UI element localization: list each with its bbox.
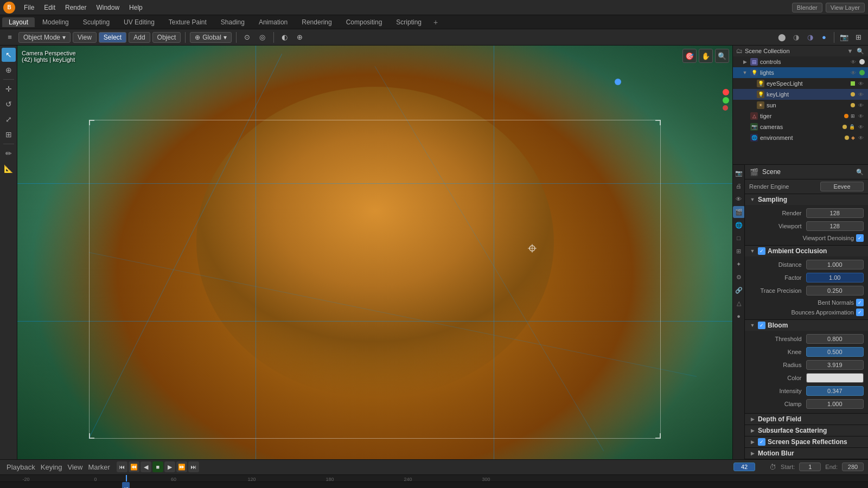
keylight-eye-icon[interactable]: 👁	[857, 91, 865, 98]
tool-rotate[interactable]: ↺	[2, 97, 16, 111]
timeline-current-frame-marker[interactable]: 42	[122, 482, 130, 488]
ssr-enabled-checkbox[interactable]: ✓	[758, 438, 765, 446]
render-engine-dropdown[interactable]: Eevee	[820, 182, 864, 191]
step-forward-btn[interactable]: ⏩	[176, 461, 187, 472]
menu-window[interactable]: Window	[92, 3, 124, 12]
add-button[interactable]: Add	[129, 32, 150, 43]
bloom-radius-value[interactable]: 3.919	[806, 360, 864, 370]
object-button[interactable]: Object	[152, 32, 181, 43]
motion-blur-header[interactable]: ▶ Motion Blur	[745, 448, 868, 459]
jump-to-end-btn[interactable]: ⏭	[188, 461, 199, 472]
cameras-eye-icon[interactable]: 👁	[857, 123, 865, 131]
props-icon-view[interactable]: 👁	[733, 193, 745, 205]
proportional-edit-icon[interactable]: ◎	[256, 31, 269, 44]
tiger-eye-icon[interactable]: 👁	[857, 112, 865, 120]
tool-move[interactable]: ✛	[2, 82, 16, 96]
sidebar-toggle-icon[interactable]: ≡	[3, 31, 16, 44]
props-icon-modifier[interactable]: ⊞	[733, 245, 745, 257]
outliner-item-keylight[interactable]: 💡 keyLight 👁	[733, 89, 868, 100]
ao-enabled-checkbox[interactable]: ✓	[758, 247, 765, 255]
scene-selector[interactable]: Blender	[792, 3, 822, 12]
outliner-item-controls[interactable]: ▶ ▤ controls 👁	[733, 56, 868, 67]
tab-scripting[interactable]: Scripting	[390, 17, 428, 27]
jump-to-start-btn[interactable]: ⏮	[117, 461, 127, 472]
tab-compositing[interactable]: Compositing	[340, 17, 389, 27]
timeline-bar[interactable]: 42	[0, 482, 868, 488]
bloom-enabled-checkbox[interactable]: ✓	[758, 322, 765, 329]
timeline-marker-btn[interactable]: Marker	[86, 462, 112, 472]
ao-distance-value[interactable]: 1.000	[806, 260, 864, 269]
menu-render[interactable]: Render	[61, 3, 91, 12]
outliner-item-lights[interactable]: ▼ 💡 lights 👁	[733, 67, 868, 78]
snap-icon[interactable]: ⊙	[241, 31, 254, 44]
add-workspace-tab[interactable]: +	[429, 17, 442, 28]
play-back-btn[interactable]: ◀	[141, 461, 151, 472]
render-samples-value[interactable]: 128	[806, 208, 864, 218]
viewport[interactable]: Camera Perspective (42) lights | keyLigh…	[17, 46, 732, 459]
viewport-samples-value[interactable]: 128	[806, 221, 864, 231]
tab-texture-paint[interactable]: Texture Paint	[162, 17, 213, 27]
props-icon-output[interactable]: 🖨	[733, 180, 745, 192]
bloom-threshold-value[interactable]: 0.800	[806, 334, 864, 344]
select-button[interactable]: Select	[99, 32, 126, 43]
tab-uv-editing[interactable]: UV Editing	[117, 17, 161, 27]
tab-modeling[interactable]: Modeling	[36, 17, 75, 27]
viewport-shading-solid[interactable]: ⬤	[775, 31, 788, 44]
start-frame-box[interactable]: 1	[799, 463, 821, 471]
stop-btn[interactable]: ■	[152, 461, 163, 472]
ao-factor-value[interactable]: 1.00	[806, 273, 864, 282]
pivot-selector[interactable]: ⊕ Global ▾	[190, 32, 232, 43]
props-icon-constraints[interactable]: 🔗	[733, 284, 745, 296]
mode-selector[interactable]: Object Mode ▾	[18, 32, 71, 43]
tab-rendering[interactable]: Rendering	[295, 17, 338, 27]
sampling-header[interactable]: ▼ Sampling	[745, 194, 868, 205]
gizmo-icon[interactable]: ⊕	[293, 31, 307, 44]
props-icon-world[interactable]: 🌐	[733, 219, 745, 231]
outliner-item-tiger[interactable]: △ tiger ⊞ 👁	[733, 111, 868, 121]
viewport-nav-icon[interactable]: 🎯	[682, 49, 697, 63]
props-icon-object[interactable]: □	[733, 232, 745, 244]
current-frame-box[interactable]: 42	[733, 463, 755, 471]
tool-scale[interactable]: ⤢	[2, 112, 16, 126]
sss-header[interactable]: ▶ Subsurface Scattering	[745, 425, 868, 436]
props-icon-material[interactable]: ●	[733, 310, 745, 322]
play-btn[interactable]: ▶	[164, 461, 175, 472]
dof-header[interactable]: ▶ Depth of Field	[745, 414, 868, 425]
outliner-item-cameras[interactable]: 📷 cameras 🔒 👁	[733, 121, 868, 132]
menu-file[interactable]: File	[20, 3, 39, 12]
bloom-intensity-value[interactable]: 0.347	[806, 386, 864, 396]
tool-annotate[interactable]: ✏	[2, 146, 16, 160]
bounces-approx-checkbox[interactable]: ✓	[856, 309, 864, 316]
sun-eye-icon[interactable]: 👁	[857, 101, 865, 109]
tab-sculpting[interactable]: Sculpting	[76, 17, 116, 27]
ssr-header[interactable]: ▶ ✓ Screen Space Reflections	[745, 436, 868, 447]
view-button[interactable]: View	[73, 32, 97, 43]
view-layer-selector[interactable]: View Layer	[826, 3, 865, 12]
outliner-item-sun[interactable]: ☀ sun 👁	[733, 100, 868, 111]
menu-edit[interactable]: Edit	[40, 3, 60, 12]
view-camera-icon[interactable]: 📷	[838, 31, 851, 44]
bloom-header[interactable]: ▼ ✓ Bloom	[745, 320, 868, 331]
props-search-icon[interactable]: 🔍	[856, 169, 864, 176]
step-back-btn[interactable]: ⏪	[129, 461, 139, 472]
tab-animation[interactable]: Animation	[252, 17, 294, 27]
eyespec-eye-icon[interactable]: 👁	[857, 80, 865, 87]
tool-cursor[interactable]: ⊕	[2, 63, 16, 77]
viewport-shading-material[interactable]: ◑	[789, 31, 802, 44]
bent-normals-checkbox[interactable]: ✓	[856, 299, 864, 306]
tool-measure[interactable]: 📐	[2, 162, 16, 176]
outliner-item-environment[interactable]: 🌐 environment ◆ 👁	[733, 132, 868, 143]
props-icon-scene[interactable]: 🎬	[733, 206, 745, 218]
timeline-ruler[interactable]: -20 0 60 120 180 240 300	[0, 475, 868, 483]
props-icon-physics[interactable]: ⚙	[733, 271, 745, 283]
end-frame-box[interactable]: 280	[842, 463, 864, 471]
outliner-filter-icon[interactable]: ▼	[846, 47, 854, 55]
view-perspective-icon[interactable]: ⊞	[852, 31, 865, 44]
timeline-view-btn[interactable]: View	[66, 462, 85, 472]
bloom-color-swatch[interactable]	[806, 373, 864, 383]
props-icon-render[interactable]: 📷	[733, 167, 745, 179]
viewport-denoising-checkbox[interactable]: ✓	[856, 234, 864, 242]
viewport-zoom-icon[interactable]: 🔍	[715, 49, 729, 63]
outliner-search-icon[interactable]: 🔍	[856, 47, 865, 55]
tool-select[interactable]: ↖	[2, 48, 16, 62]
